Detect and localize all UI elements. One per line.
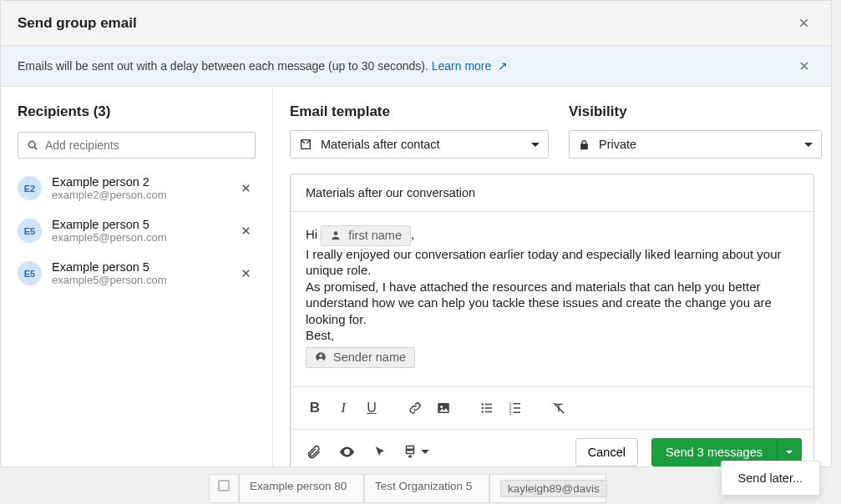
remove-recipient-button[interactable] [236,264,256,283]
svg-point-7 [482,403,484,405]
banner-text: Emails will be sent out with a delay bet… [18,59,794,73]
add-recipients-input[interactable] [45,139,246,152]
recipient-row: E2 Example person 2 example2@person.com [18,167,256,209]
svg-rect-8 [485,403,492,405]
chevron-down-icon [804,143,813,147]
search-icon [27,139,38,151]
numbered-icon: 123 [508,401,523,416]
modal-title: Send group email [18,15,793,32]
chevron-down-icon [786,451,793,454]
bold-button[interactable]: B [302,396,327,421]
svg-rect-18 [514,411,520,413]
compose-panel: Email template Materials after contact V… [273,87,831,466]
template-select[interactable]: Materials after contact [290,130,549,159]
send-later-option[interactable]: Send later... [721,461,820,467]
svg-rect-12 [485,411,492,412]
fields-icon [403,445,418,460]
clear-format-icon [551,401,566,416]
template-value: Materials after contact [321,138,523,151]
clear-format-button[interactable] [546,396,571,421]
recipient-row: E5 Example person 5 example5@person.com [18,209,256,252]
numbered-list-button[interactable]: 123 [503,396,528,421]
subject-input[interactable]: Materials after our conversation [291,174,813,212]
body-sign: Best, [306,327,798,344]
greeting-text: Hi [306,227,321,241]
close-icon [240,224,252,237]
close-icon [240,182,252,194]
svg-rect-21 [407,450,414,453]
cursor-button[interactable] [369,441,391,463]
preview-button[interactable] [336,441,357,463]
paperclip-icon [306,444,322,460]
bulleted-list-button[interactable] [474,396,499,421]
insert-field-button[interactable] [403,441,429,463]
remove-recipient-button[interactable] [236,179,256,198]
email-body[interactable]: Hi first name , I really enjoyed our con… [291,212,813,386]
body-para2: As promised, I have attached the resourc… [306,279,798,328]
recipient-name: Example person 2 [52,175,226,189]
link-button[interactable] [403,396,428,421]
avatar: E5 [18,261,42,285]
email-editor: Materials after our conversation Hi firs… [290,174,814,466]
link-icon [408,401,423,416]
attach-button[interactable] [302,441,324,463]
bullets-icon [479,401,494,416]
recipients-panel: Recipients (3) E2 Example person 2 examp… [1,87,273,466]
recipient-email: example5@person.com [52,274,226,286]
chevron-down-icon [531,143,540,147]
avatar: E2 [18,176,42,200]
close-icon [240,267,252,280]
svg-point-6 [440,406,443,408]
underline-button[interactable]: U [359,396,384,421]
recipients-title: Recipients (3) [18,103,256,120]
visibility-select[interactable]: Private [569,130,822,159]
svg-rect-14 [514,403,520,405]
lock-icon [578,139,590,151]
cursor-icon [372,445,388,460]
visibility-label: Visibility [569,103,822,120]
modal-body: Recipients (3) E2 Example person 2 examp… [1,87,831,466]
visibility-value: Private [599,138,796,151]
remove-recipient-button[interactable] [236,221,256,240]
format-toolbar: B I U [291,386,813,429]
cancel-button[interactable]: Cancel [575,438,638,466]
template-icon [299,138,312,151]
svg-point-2 [334,232,338,236]
chevron-down-icon [421,450,429,454]
recipient-name: Example person 5 [52,218,226,231]
template-label: Email template [290,103,549,120]
close-icon [798,59,811,73]
image-icon [436,401,451,416]
add-recipients-search[interactable] [18,132,256,159]
merge-field-sender-name[interactable]: Sender name [306,347,415,368]
group-email-modal: Send group email Emails will be sent out… [0,0,832,467]
merge-field-first-name[interactable]: first name [321,225,411,246]
close-button[interactable] [793,13,814,33]
recipient-name: Example person 5 [52,260,226,274]
close-icon [797,16,811,30]
avatar: E5 [18,219,42,243]
svg-point-9 [482,406,484,408]
recipient-row: E5 Example person 5 example5@person.com [18,252,256,295]
recipient-email: example2@person.com [52,189,226,201]
modal-header: Send group email [1,1,831,46]
svg-point-0 [28,141,35,148]
info-banner: Emails will be sent out with a delay bet… [1,46,831,87]
svg-rect-20 [407,446,414,449]
svg-rect-10 [485,407,492,409]
learn-more-link[interactable]: Learn more ↗ [432,59,508,73]
person-icon [330,229,342,241]
svg-text:3: 3 [509,410,512,415]
svg-point-19 [345,451,348,454]
italic-button[interactable]: I [331,396,356,421]
svg-point-11 [482,411,484,412]
recipient-email: example5@person.com [52,231,226,244]
body-para1: I really enjoyed our conversation earlie… [306,246,798,279]
image-button[interactable] [431,396,456,421]
account-icon [315,351,327,363]
svg-rect-16 [514,407,520,409]
eye-icon [338,443,356,461]
banner-close-button[interactable] [794,56,814,76]
svg-point-4 [319,355,322,358]
